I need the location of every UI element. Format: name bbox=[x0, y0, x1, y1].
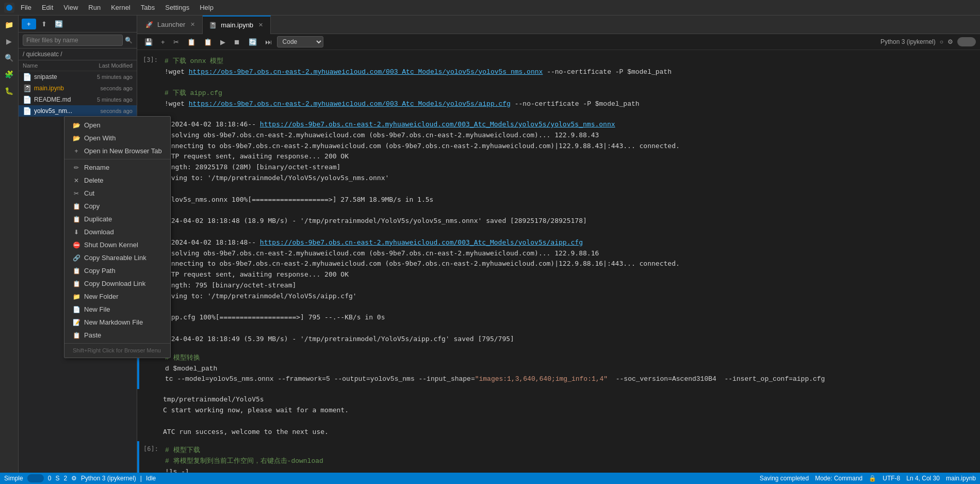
output-3: --2024-04-02 18:18:46-- https://obs-9be7… bbox=[137, 117, 980, 347]
kernel-gear-icon[interactable]: ⚙ bbox=[948, 38, 953, 45]
paste-icon: 📋 bbox=[73, 332, 80, 339]
launcher-icon: 🚀 bbox=[145, 21, 153, 28]
ctx-new-md-label: New Markdown File bbox=[84, 318, 143, 326]
file-item-yolov5[interactable]: 📄 yolov5s_nm... seconds ago bbox=[19, 105, 137, 117]
sidebar-run-icon[interactable]: ▶ bbox=[2, 34, 17, 49]
tab-launcher-close[interactable]: ✕ bbox=[189, 21, 196, 28]
ctx-download-link-label: Copy Download Link bbox=[84, 280, 145, 287]
download-link-icon: 📋 bbox=[73, 280, 80, 287]
ctx-delete-label: Delete bbox=[84, 176, 104, 184]
ctx-paste[interactable]: 📋 Paste bbox=[64, 329, 170, 342]
simple-label: Simple bbox=[4, 475, 23, 482]
save-button[interactable]: 💾 bbox=[141, 37, 156, 47]
saving-status: Saving completed bbox=[760, 475, 809, 482]
file-status: main.ipynb bbox=[946, 475, 976, 482]
ctx-open-tab-label: Open in New Browser Tab bbox=[84, 147, 162, 155]
path-icon: 📋 bbox=[73, 267, 80, 275]
cell-6-body[interactable]: # 模型下载 # 将模型复制到当前工作空间，右键点击-download !ls … bbox=[165, 441, 980, 473]
tab-main-ipynb[interactable]: 📓 main.ipynb ✕ bbox=[203, 15, 271, 34]
sidebar-extensions-icon[interactable]: 🧩 bbox=[2, 67, 17, 82]
cell-type-select[interactable]: Code Markdown Raw bbox=[277, 36, 323, 47]
paste-cell-button[interactable]: 📋 bbox=[201, 37, 215, 47]
ctx-shutdown-label: Shut Down Kernel bbox=[84, 241, 138, 249]
delete-icon: ✕ bbox=[73, 177, 80, 184]
ctx-copy-download-link[interactable]: 📋 Copy Download Link bbox=[64, 277, 170, 290]
ctx-open-browser-tab[interactable]: + Open in New Browser Tab bbox=[64, 144, 170, 157]
kernel-name: Python 3 (ipykernel) bbox=[880, 38, 936, 45]
menu-view[interactable]: View bbox=[59, 3, 82, 12]
ctx-new-markdown[interactable]: 📝 New Markdown File bbox=[64, 316, 170, 329]
upload-button[interactable]: ⬆ bbox=[38, 18, 51, 30]
modified-column-header: Last Modified bbox=[99, 62, 133, 69]
menu-run[interactable]: Run bbox=[84, 3, 105, 12]
file-name: snipaste bbox=[34, 73, 94, 80]
ctx-shutdown-kernel[interactable]: ⛔ Shut Down Kernel bbox=[64, 238, 170, 251]
ctx-download-label: Download bbox=[84, 228, 114, 236]
ctx-duplicate-label: Duplicate bbox=[84, 215, 112, 223]
ctx-open-with[interactable]: 📂 Open With bbox=[64, 132, 170, 144]
cut-icon: ✂ bbox=[73, 190, 80, 197]
cut-cell-button[interactable]: ✂ bbox=[170, 37, 182, 47]
cell-3-body[interactable]: # 下载 onnx 模型 !wget https://obs-9be7.obs.… bbox=[165, 52, 980, 114]
tab-launcher[interactable]: 🚀 Launcher ✕ bbox=[139, 15, 203, 34]
file-item-main[interactable]: 📓 main.ipynb seconds ago bbox=[19, 83, 137, 94]
ctx-delete[interactable]: ✕ Delete bbox=[64, 174, 170, 187]
refresh-button[interactable]: 🔄 bbox=[53, 18, 65, 30]
cell-conversion: # 模型转换 d $model_path tc --model=yolov5s_… bbox=[137, 347, 980, 391]
status-separator: | bbox=[140, 475, 142, 482]
ctx-copy-shareable[interactable]: 🔗 Copy Shareable Link bbox=[64, 251, 170, 264]
context-menu: 📂 Open 📂 Open With + Open in New Browser… bbox=[64, 116, 171, 358]
run-cell-button[interactable]: ▶ bbox=[217, 37, 228, 47]
kernel-circle-icon: ○ bbox=[940, 38, 943, 45]
simple-toggle[interactable] bbox=[27, 474, 44, 482]
copy-icon: 📋 bbox=[73, 203, 80, 210]
status-zero: 0 bbox=[48, 475, 52, 482]
file-name-yolov5: yolov5s_nm... bbox=[34, 107, 97, 115]
ctx-new-file[interactable]: 📄 New File bbox=[64, 303, 170, 316]
ctx-copy[interactable]: 📋 Copy bbox=[64, 200, 170, 213]
menu-settings[interactable]: Settings bbox=[161, 3, 193, 12]
file-panel: + ⬆ 🔄 🔍 / quickuseatc / Name Last Modifi… bbox=[19, 15, 137, 473]
sidebar-debug-icon[interactable]: 🐛 bbox=[2, 84, 17, 98]
new-file-button[interactable]: + bbox=[22, 19, 36, 29]
stop-cell-button[interactable]: ⏹ bbox=[231, 37, 243, 47]
rename-icon: ✏ bbox=[73, 164, 80, 171]
tab-bar: 🚀 Launcher ✕ 📓 main.ipynb ✕ bbox=[137, 15, 980, 34]
menu-kernel[interactable]: Kernel bbox=[107, 3, 135, 12]
status-s: S bbox=[55, 475, 59, 482]
file-item-snipaste[interactable]: 📄 snipaste 5 minutes ago bbox=[19, 71, 137, 83]
status-kernel-name: Python 3 (ipykernel) bbox=[81, 475, 136, 482]
status-gear-icon[interactable]: ⚙ bbox=[71, 475, 77, 482]
icon-sidebar: 📁 ▶ 🔍 🧩 🐛 bbox=[0, 15, 19, 473]
sidebar-search-icon[interactable]: 🔍 bbox=[2, 51, 17, 65]
copy-cell-button[interactable]: 📋 bbox=[184, 37, 199, 47]
ctx-copy-path[interactable]: 📋 Copy Path bbox=[64, 264, 170, 277]
add-cell-button[interactable]: + bbox=[158, 37, 168, 47]
ctx-open[interactable]: 📂 Open bbox=[64, 119, 170, 132]
menu-help[interactable]: Help bbox=[195, 3, 218, 12]
file-item-readme[interactable]: 📄 README.md 5 minutes ago bbox=[19, 94, 137, 105]
menu-bar: File Edit View Run Kernel Tabs Settings … bbox=[0, 0, 980, 15]
menu-edit[interactable]: Edit bbox=[38, 3, 57, 12]
menu-tabs[interactable]: Tabs bbox=[137, 3, 159, 12]
ctx-download[interactable]: ⬇ Download bbox=[64, 225, 170, 238]
ctx-duplicate[interactable]: 📋 Duplicate bbox=[64, 213, 170, 225]
cell-6-number: [6]: bbox=[139, 441, 165, 473]
tab-notebook-label: main.ipynb bbox=[221, 21, 253, 29]
status-2: 2 bbox=[63, 475, 67, 482]
ctx-new-folder[interactable]: 📁 New Folder bbox=[64, 290, 170, 303]
search-input[interactable] bbox=[23, 35, 123, 46]
tab-notebook-close[interactable]: ✕ bbox=[257, 21, 264, 29]
cell-6: [6]: # 模型下载 # 将模型复制到当前工作空间，右键点击-download… bbox=[137, 439, 980, 473]
status-idle: Idle bbox=[146, 475, 156, 482]
restart-kernel-button[interactable]: 🔄 bbox=[246, 37, 260, 47]
toggle-switch[interactable] bbox=[957, 37, 976, 46]
menu-file[interactable]: File bbox=[17, 3, 36, 12]
notebook-toolbar: 💾 + ✂ 📋 📋 ▶ ⏹ 🔄 ⏭ Code Markdown Raw Pyth… bbox=[137, 34, 980, 50]
cell-conv-body[interactable]: # 模型转换 d $model_path tc --model=yolov5s_… bbox=[165, 349, 980, 389]
ctx-cut[interactable]: ✂ Cut bbox=[64, 187, 170, 200]
fast-forward-button[interactable]: ⏭ bbox=[262, 37, 275, 47]
sidebar-folder-icon[interactable]: 📁 bbox=[2, 18, 17, 32]
ctx-rename[interactable]: ✏ Rename bbox=[64, 161, 170, 174]
shutdown-icon: ⛔ bbox=[73, 241, 80, 249]
